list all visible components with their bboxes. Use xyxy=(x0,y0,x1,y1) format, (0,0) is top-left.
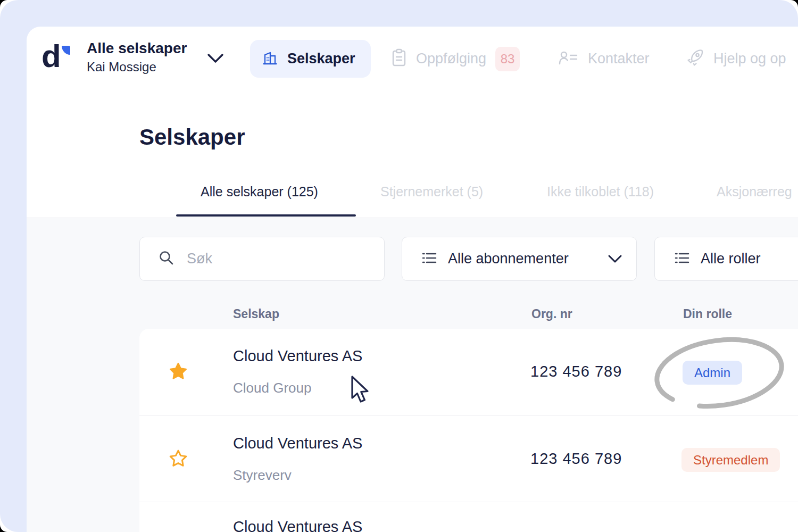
dropdown-label: Alle abonnementer xyxy=(448,251,569,267)
tab-stjernemerket[interactable]: Stjernemerket (5) xyxy=(380,184,483,200)
mouse-cursor-icon xyxy=(347,375,373,408)
tab-alle-selskaper[interactable]: Alle selskaper (125) xyxy=(201,184,318,200)
nav-item-selskaper[interactable]: Selskaper xyxy=(250,40,371,78)
nav-item-label: Oppfølging xyxy=(416,51,486,67)
app-window: d Alle selskaper Kai Mossige Selskaper xyxy=(0,0,798,532)
nav-item-label: Hjelp og op xyxy=(713,51,786,67)
company-name: Cloud Ventures AS xyxy=(233,518,362,532)
search-icon xyxy=(158,250,175,269)
column-header-org-nr: Org. nr xyxy=(531,307,572,321)
role-badge-styremedlem: Styremedlem xyxy=(681,448,780,472)
page-title: Selskaper xyxy=(139,124,245,150)
subscriptions-filter-dropdown[interactable]: Alle abonnementer xyxy=(402,237,637,281)
roles-filter-dropdown[interactable]: Alle roller xyxy=(654,237,798,281)
search-box xyxy=(139,237,385,281)
company-name: Cloud Ventures AS xyxy=(233,347,362,365)
nav-item-label: Selskaper xyxy=(287,51,355,67)
tab-ikke-tilkoblet[interactable]: Ikke tilkoblet (118) xyxy=(547,184,654,200)
chevron-down-icon xyxy=(608,254,622,264)
active-tab-underline xyxy=(176,214,356,217)
company-subtitle: Styreverv xyxy=(233,467,292,484)
nav-item-label: Kontakter xyxy=(588,51,650,67)
column-header-din-rolle: Din rolle xyxy=(683,307,732,321)
logo-letter: d xyxy=(41,38,61,74)
company-subtitle: Cloud Group xyxy=(233,380,311,396)
oppfolging-count-badge: 83 xyxy=(495,47,520,71)
org-number: 123 456 789 xyxy=(530,450,622,468)
search-input[interactable] xyxy=(186,250,353,268)
chevron-down-icon[interactable] xyxy=(206,52,225,67)
building-icon xyxy=(261,49,278,69)
contact-list-icon xyxy=(558,49,579,69)
hand-drawn-circle-annotation xyxy=(648,330,798,421)
rocket-icon xyxy=(686,49,704,69)
workspace-switcher[interactable]: Alle selskaper Kai Mossige xyxy=(87,39,187,76)
company-name: Cloud Ventures AS xyxy=(233,435,362,452)
nav-item-oppfolging[interactable]: Oppfølging 83 xyxy=(391,40,520,78)
dropdown-label: Alle roller xyxy=(701,251,761,267)
user-name: Kai Mossige xyxy=(87,59,187,76)
org-number: 123 456 789 xyxy=(530,363,622,380)
nav-item-hjelp[interactable]: Hjelp og op xyxy=(686,40,786,78)
list-icon xyxy=(421,250,437,268)
app-logo[interactable]: d xyxy=(41,39,76,76)
logo-wedge-icon xyxy=(62,46,70,55)
clipboard-icon xyxy=(391,48,407,70)
column-header-selskap: Selskap xyxy=(233,307,279,321)
list-icon xyxy=(674,250,690,268)
tab-aksjonaerregister[interactable]: Aksjonærreg xyxy=(717,184,792,200)
workspace-name: Alle selskaper xyxy=(87,39,187,57)
nav-item-kontakter[interactable]: Kontakter xyxy=(558,40,650,78)
